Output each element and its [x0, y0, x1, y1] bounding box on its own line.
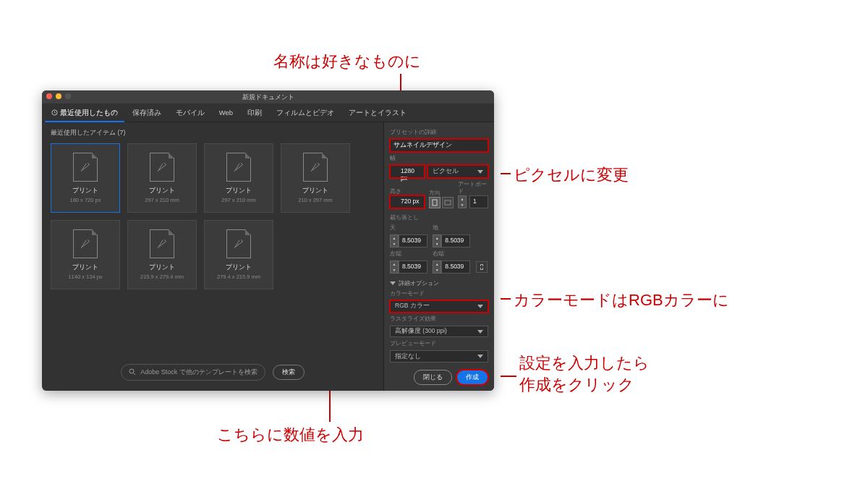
- annotation-name: 名称は好きなものに: [273, 51, 421, 72]
- tab-print[interactable]: 印刷: [241, 103, 268, 122]
- tab-film[interactable]: フィルムとビデオ: [270, 103, 341, 122]
- colormode-select[interactable]: RGB カラー: [390, 300, 488, 313]
- preset-item[interactable]: プリント1140 x 134 px: [51, 220, 120, 289]
- preset-thumbnail: [73, 153, 98, 182]
- preset-item[interactable]: プリント297 x 210 mm: [127, 143, 197, 213]
- preset-name: プリント: [149, 186, 175, 195]
- bleed-left-label: 左端: [390, 250, 428, 258]
- bleed-header: 裁ち落とし: [390, 214, 488, 221]
- preview-select[interactable]: 指定なし: [390, 350, 488, 363]
- svg-rect-3: [433, 200, 437, 205]
- bleed-left-stepper[interactable]: ▲▼: [390, 260, 399, 274]
- preset-size: 279.4 x 215.9 mm: [217, 274, 260, 280]
- bleed-top-label: 天: [390, 224, 428, 232]
- bleed-top-stepper[interactable]: ▲▼: [390, 234, 399, 247]
- preset-size: 1140 x 134 px: [68, 274, 102, 280]
- document-icon: [79, 237, 92, 250]
- preset-size: 215.9 x 279.4 mm: [140, 274, 184, 280]
- preset-details-panel: プリセットの詳細 サムネイルデザイン 幅 1280 px ピクセル 高さ 720…: [383, 122, 494, 391]
- window-titlebar: 新規ドキュメント: [42, 90, 494, 103]
- bleed-right-stepper[interactable]: ▲▼: [433, 260, 441, 274]
- preset-panel: 最近使用したアイテム (7) プリント180 x 720 pxプリント297 x…: [42, 122, 383, 391]
- preset-item[interactable]: プリント297 x 210 mm: [204, 143, 273, 213]
- annotation-line-create: [501, 376, 516, 377]
- preset-name: プリント: [302, 186, 328, 195]
- preset-thumbnail: [73, 229, 98, 258]
- document-icon: [232, 161, 245, 174]
- document-icon: [156, 237, 169, 250]
- chevron-down-icon: [477, 330, 483, 334]
- create-button[interactable]: 作成: [456, 370, 488, 385]
- height-input[interactable]: 720 px: [390, 195, 425, 208]
- bleed-right-label: 右端: [433, 250, 471, 258]
- preset-size: 297 x 210 mm: [221, 197, 256, 203]
- document-icon: [232, 237, 245, 250]
- annotation-color: カラーモードはRGBカラーに: [514, 289, 729, 311]
- minimize-window-icon[interactable]: [56, 93, 61, 99]
- colormode-value: RGB カラー: [395, 302, 430, 310]
- preset-name: プリント: [226, 263, 252, 272]
- portrait-icon: [432, 199, 438, 206]
- raster-select[interactable]: 高解像度 (300 ppi): [390, 326, 488, 338]
- preset-thumbnail: [150, 229, 174, 258]
- orientation-landscape[interactable]: [442, 197, 454, 208]
- preset-grid: プリント180 x 720 pxプリント297 x 210 mmプリント297 …: [51, 143, 375, 289]
- maximize-window-icon: [65, 93, 71, 99]
- close-button[interactable]: 閉じる: [414, 370, 452, 385]
- search-button[interactable]: 検索: [273, 365, 305, 380]
- stock-search-bar: Adobe Stock で他のテンプレートを検索 検索: [51, 359, 375, 385]
- chevron-down-icon: [477, 355, 483, 358]
- preset-size: 297 x 210 mm: [145, 197, 179, 203]
- document-icon: [156, 161, 169, 174]
- annotation-line-unit: [501, 173, 511, 174]
- document-icon: [79, 161, 92, 174]
- svg-line-2: [134, 373, 136, 376]
- preset-name: プリント: [72, 186, 98, 195]
- tab-recent[interactable]: 最近使用したもの: [45, 103, 124, 122]
- bleed-left-input[interactable]: 8.5039: [399, 260, 427, 274]
- raster-label: ラスタライズ効果: [390, 315, 488, 323]
- tab-art[interactable]: アートとイラスト: [342, 103, 413, 122]
- raster-value: 高解像度 (300 ppi): [395, 327, 447, 336]
- search-icon: [129, 368, 136, 376]
- bleed-bottom-label: 地: [433, 224, 471, 232]
- stock-search-input[interactable]: Adobe Stock で他のテンプレートを検索: [121, 364, 265, 381]
- orientation-label: 方向: [429, 190, 454, 197]
- preset-item[interactable]: プリント279.4 x 215.9 mm: [204, 220, 273, 289]
- advanced-options-toggle[interactable]: 詳細オプション: [390, 279, 488, 287]
- svg-rect-4: [445, 200, 451, 205]
- tab-saved[interactable]: 保存済み: [126, 103, 168, 122]
- svg-point-1: [129, 369, 134, 373]
- search-placeholder: Adobe Stock で他のテンプレートを検索: [140, 368, 258, 377]
- advanced-label: 詳細オプション: [399, 279, 439, 287]
- clock-icon: [51, 109, 58, 116]
- artboard-label: アートボード: [458, 181, 488, 195]
- preset-size: 210 x 297 mm: [298, 197, 333, 203]
- bleed-bottom-input[interactable]: 8.5039: [441, 234, 470, 247]
- artboard-input[interactable]: 1: [469, 195, 488, 208]
- preset-name: プリント: [149, 263, 175, 272]
- tab-web[interactable]: Web: [213, 103, 239, 122]
- bleed-right-input[interactable]: 8.5039: [441, 260, 470, 274]
- width-label: 幅: [390, 155, 488, 162]
- orientation-portrait[interactable]: [429, 197, 441, 208]
- tab-mobile[interactable]: モバイル: [169, 103, 211, 122]
- annotation-create-1: 設定を入力したら: [519, 352, 650, 374]
- bleed-top-input[interactable]: 8.5039: [399, 234, 427, 247]
- tab-label: 最近使用したもの: [60, 109, 118, 116]
- preset-item[interactable]: プリント180 x 720 px: [51, 143, 120, 213]
- annotation-create-2: 作成をクリック: [519, 374, 634, 396]
- preset-item[interactable]: プリント210 x 297 mm: [281, 143, 350, 213]
- preset-size: 180 x 720 px: [70, 197, 101, 203]
- width-input[interactable]: 1280 px: [390, 165, 425, 178]
- bleed-bottom-stepper[interactable]: ▲▼: [433, 234, 441, 247]
- window-title: 新規ドキュメント: [242, 93, 294, 101]
- artboard-stepper[interactable]: ▲▼: [458, 195, 467, 208]
- doc-name-input[interactable]: サムネイルデザイン: [390, 139, 488, 152]
- category-tabs: 最近使用したもの 保存済み モバイル Web 印刷 フィルムとビデオ アートとイ…: [42, 103, 494, 122]
- bleed-link-toggle[interactable]: [476, 261, 488, 273]
- close-window-icon[interactable]: [46, 93, 52, 99]
- preset-item[interactable]: プリント215.9 x 279.4 mm: [127, 220, 197, 289]
- preset-thumbnail: [226, 229, 251, 258]
- unit-select[interactable]: ピクセル: [427, 165, 488, 178]
